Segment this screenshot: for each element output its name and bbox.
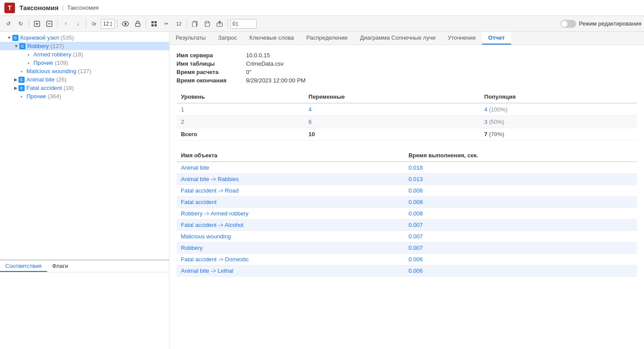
- svg-rect-15: [192, 22, 196, 27]
- edit-mode-toggle-area: Режим редактирования: [560, 20, 641, 28]
- counter-input[interactable]: 0 ▲ ▼: [230, 19, 257, 29]
- obj-time: 0.013: [404, 174, 637, 185]
- robbery-toggle[interactable]: ▼: [14, 44, 18, 48]
- vars-total: 10: [304, 128, 480, 141]
- tree-node-armed-robbery[interactable]: ▶ ▪ Armed robbery (18): [0, 50, 169, 59]
- tab-bar: Результаты Запрос Ключевые слова Распред…: [169, 32, 644, 45]
- zero-r-btn[interactable]: 0r: [88, 18, 100, 30]
- tree-node-fatal-accident[interactable]: ▶ C Fatal accident (18): [0, 84, 169, 92]
- root-link[interactable]: Корневой узел: [20, 34, 59, 41]
- ab-icon-c: C: [18, 77, 25, 83]
- sep-6: [187, 19, 187, 28]
- prochie-2-link[interactable]: Прочие: [26, 93, 46, 100]
- bottom-content: [0, 272, 169, 349]
- tab-sunburst[interactable]: Диаграмма Солнечные лучи: [354, 32, 442, 45]
- svg-rect-9: [136, 23, 140, 26]
- tab-refinement[interactable]: Уточнение: [442, 32, 482, 45]
- prochie-2-label: Прочие (364): [26, 93, 61, 100]
- level-2: 2: [177, 116, 304, 128]
- obj-time: 0.008: [404, 185, 637, 197]
- server-info: Имя сервера 10.0.0.15 Имя таблицы CrimeD…: [177, 52, 637, 84]
- expand-all-btn[interactable]: [31, 18, 43, 30]
- robbery-label: Robbery (127): [27, 43, 64, 49]
- obj-table-row: Animal bite -> Lethal0.006: [177, 265, 637, 277]
- num-down[interactable]: ▼: [110, 24, 113, 27]
- ab-link[interactable]: Animal bite: [26, 76, 55, 83]
- counter-value: 0: [232, 21, 236, 27]
- object-table: Имя объекта Время выполнения, сек. Anima…: [177, 149, 637, 277]
- prochie-1-label: Прочие (109): [33, 59, 68, 66]
- obj-table-row: Animal bite0.018: [177, 162, 637, 174]
- calc-time-value: 0": [246, 69, 637, 75]
- tab-flagi[interactable]: Флаги: [47, 261, 74, 272]
- tab-results[interactable]: Результаты: [169, 32, 212, 45]
- table-label: Имя таблицы: [177, 60, 243, 67]
- tree-node-animal-bite[interactable]: ▶ C Animal bite (26): [0, 75, 169, 84]
- edit-mode-switch[interactable]: [560, 20, 576, 28]
- obj-name: Fatal accident -> Alcohol: [177, 219, 404, 231]
- level-table-header-variables: Переменные: [304, 91, 480, 103]
- fa-count: (18): [64, 85, 74, 91]
- obj-time: 0.008: [404, 197, 637, 208]
- num12-btn[interactable]: 12: [173, 18, 184, 30]
- counter-down[interactable]: ▼: [236, 24, 239, 27]
- move-up-btn[interactable]: ↑: [60, 18, 71, 30]
- obj-name: Fatal accident -> Domestic: [177, 254, 404, 265]
- robbery-link[interactable]: Robbery: [27, 43, 49, 49]
- prochie-1-link[interactable]: Прочие: [33, 59, 53, 66]
- num-box[interactable]: 12 ▲ ▼: [101, 19, 115, 29]
- robbery-icon-c: C: [19, 43, 26, 49]
- scissors-btn[interactable]: ✂: [161, 18, 172, 30]
- fa-link[interactable]: Fatal accident: [26, 85, 62, 91]
- tab-soootvetstviya[interactable]: Соответствия: [0, 261, 47, 272]
- collapse-all-btn[interactable]: [44, 18, 55, 30]
- table-value: CrimeData.csv: [246, 60, 637, 67]
- obj-table-row: Malicious wounding0.007: [177, 231, 637, 242]
- grid-btn[interactable]: [148, 18, 160, 30]
- level-row-2: 2 6 3 (50%): [177, 116, 637, 128]
- obj-header-time: Время выполнения, сек.: [404, 149, 637, 162]
- paste-btn[interactable]: [202, 18, 213, 30]
- counter-up[interactable]: ▲: [236, 21, 239, 24]
- tab-distribution[interactable]: Распределение: [300, 32, 354, 45]
- tree-node-malicious-wounding[interactable]: ▶ ▪ Malicious wounding (127): [0, 67, 169, 75]
- pop-2: 3 (50%): [480, 116, 637, 128]
- eye-btn[interactable]: [120, 18, 131, 30]
- ab-toggle[interactable]: ▶: [14, 77, 18, 82]
- pop-1: 4 (100%): [480, 103, 637, 116]
- tab-keywords[interactable]: Ключевые слова: [243, 32, 300, 45]
- tab-report[interactable]: Отчет: [482, 32, 511, 45]
- obj-table-row: Fatal accident -> Domestic0.006: [177, 254, 637, 265]
- svg-point-8: [125, 22, 127, 25]
- fa-toggle[interactable]: ▶: [14, 85, 18, 90]
- export-btn[interactable]: [214, 18, 225, 30]
- tab-query[interactable]: Запрос: [212, 32, 243, 45]
- redo-btn[interactable]: ↻: [15, 18, 26, 30]
- obj-time: 0.007: [404, 231, 637, 242]
- tree-node-prochie-1[interactable]: ▶ ▪ Прочие (109): [0, 59, 169, 67]
- toolbar: ↺ ↻ ↑ ↓ 0r 12 ▲ ▼ ✂ 12 0 ▲: [0, 16, 644, 32]
- sep-2: [57, 19, 58, 28]
- prochie-1-icon-doc: ▪: [26, 60, 32, 66]
- tree-node-root[interactable]: ▼ C Корневой узел (535): [0, 33, 169, 42]
- num-up[interactable]: ▲: [110, 21, 113, 24]
- svg-rect-10: [151, 21, 154, 23]
- obj-table-row: Animal bite -> Rabbies0.013: [177, 174, 637, 185]
- copy-btn[interactable]: [189, 18, 201, 30]
- end-time-label: Время окончания: [177, 77, 243, 84]
- bottom-panel: Соответствия Флаги: [0, 261, 169, 349]
- armed-robbery-icon-doc: ▪: [26, 52, 32, 58]
- armed-robbery-link[interactable]: Armed robbery: [33, 51, 71, 58]
- root-toggle[interactable]: ▼: [7, 35, 11, 40]
- svg-rect-11: [155, 21, 157, 23]
- prochie-2-icon-doc: ▪: [18, 93, 25, 100]
- tree-node-robbery[interactable]: ▼ C Robbery (127): [0, 42, 169, 50]
- ab-count: (26): [56, 76, 66, 83]
- sep-5: [146, 19, 146, 28]
- app-logo: T: [4, 2, 16, 14]
- lock-btn[interactable]: [132, 18, 144, 30]
- refresh-btn[interactable]: ↺: [3, 18, 14, 30]
- mw-link[interactable]: Malicious wounding: [26, 68, 76, 74]
- tree-node-prochie-2[interactable]: ▶ ▪ Прочие (364): [0, 92, 169, 100]
- move-down-btn[interactable]: ↓: [72, 18, 84, 30]
